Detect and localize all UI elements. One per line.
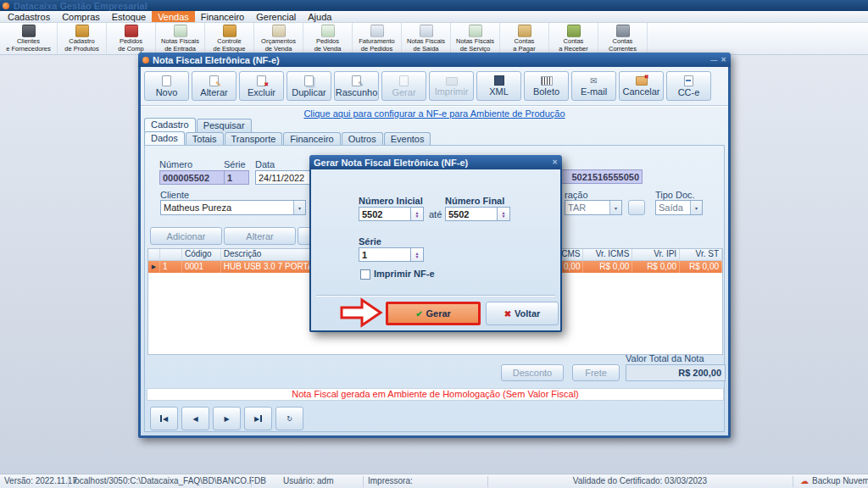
grid-header-vr-st[interactable]: Vr. ST <box>680 249 722 260</box>
tab-eventos[interactable]: Eventos <box>384 132 431 146</box>
toolbar-item-contas-receber[interactable]: Contas a Receber <box>549 23 598 54</box>
menu-cadastros[interactable]: Cadastros <box>2 11 56 22</box>
operacao-combobox[interactable]: TAR ▾ <box>565 200 622 215</box>
sub-tabs: Dados Totais Transporte Financeiro Outro… <box>144 131 431 146</box>
menu-vendas[interactable]: Vendas <box>152 11 195 22</box>
backup-cloud-icon: ☁ <box>800 474 809 488</box>
alterar-button[interactable]: Alterar <box>192 71 236 101</box>
numero-label: Número <box>159 159 192 169</box>
imprimir-checkbox[interactable] <box>360 269 370 280</box>
alterar-item-button[interactable]: Alterar <box>224 227 296 245</box>
numero-field[interactable]: 000005502 <box>159 170 234 185</box>
numero-inicial-input[interactable]: 5502 ▲▼ <box>359 207 424 221</box>
toolbar-item-faturamento[interactable]: Faturamento de Pedidos <box>353 23 402 54</box>
main-titlebar[interactable]: Datacaixa Gestão Empresarial <box>0 0 868 11</box>
menu-financeiro[interactable]: Financeiro <box>195 11 250 22</box>
cliente-combobox[interactable]: Matheus Pureza ▾ <box>160 200 306 215</box>
clients-icon <box>22 25 36 37</box>
cce-button[interactable]: CC-e <box>666 71 711 101</box>
envelope-icon: ✉ <box>590 76 597 86</box>
menu-compras[interactable]: Compras <box>56 11 106 22</box>
invoices-in-icon <box>174 25 187 37</box>
dialog-titlebar[interactable]: Gerar Nota Fiscal Eletrônica (NF-e) ✕ <box>309 155 562 169</box>
delete-icon <box>257 75 266 86</box>
nav-next-button[interactable]: ▶ <box>213 407 241 430</box>
tipo-doc-combobox[interactable]: Saída ▾ <box>655 200 703 215</box>
ate-label: até <box>429 209 442 219</box>
toolbar-item-pedidos-compra[interactable]: Pedidos de Comp <box>107 23 156 54</box>
tab-financeiro[interactable]: Financeiro <box>283 132 340 146</box>
nav-refresh-button[interactable]: ↻ <box>275 407 303 430</box>
toolbar-item-notas-fiscais-entrada[interactable]: Notas Fiscais de Entrada <box>156 23 205 54</box>
adicionar-item-button[interactable]: Adicionar <box>150 227 222 245</box>
toolbar-item-contas-pagar[interactable]: Contas a Pagar <box>500 23 549 54</box>
serie-field[interactable]: 1 <box>224 170 249 185</box>
data-field[interactable]: 24/11/2022 <box>255 170 311 185</box>
status-backup[interactable]: Backup Nuvem <box>812 474 868 488</box>
xml-button[interactable]: XML <box>476 71 521 101</box>
nfe-window-titlebar[interactable]: Nota Fiscal Eletrônica (NF-e) — ✕ <box>138 53 731 67</box>
operacao-lookup-button[interactable] <box>628 200 645 215</box>
purchase-orders-icon <box>125 25 138 37</box>
chevron-down-icon[interactable]: ▾ <box>293 201 305 214</box>
gerar-nfe-dialog: Gerar Nota Fiscal Eletrônica (NF-e) ✕ Nú… <box>309 155 562 332</box>
nav-prev-button[interactable]: ◀ <box>181 407 209 430</box>
spinner-icon[interactable]: ▲▼ <box>497 208 509 220</box>
menu-gerencial[interactable]: Gerencial <box>250 11 302 22</box>
toolbar-item-contas-correntes[interactable]: Contas Correntes <box>598 23 648 54</box>
spinner-icon[interactable]: ▲▼ <box>410 208 423 220</box>
excluir-button[interactable]: Excluir <box>239 71 284 101</box>
serie-modal-input[interactable]: 1 ▲▼ <box>359 247 424 262</box>
gerar-confirm-button[interactable]: ✔ Gerar <box>386 302 481 325</box>
divider <box>316 295 555 296</box>
nav-first-button[interactable]: ◀ <box>150 407 178 430</box>
novo-button[interactable]: Novo <box>144 71 189 101</box>
toolbar-item-notas-fiscais-servico[interactable]: Notas Fiscais de Serviço <box>451 23 500 54</box>
payables-icon <box>518 25 531 37</box>
toolbar-item-controle-estoque[interactable]: Controle de Estoque <box>205 23 254 54</box>
divider <box>141 105 728 106</box>
toolbar-item-pedidos-venda[interactable]: Pedidos de Venda <box>303 23 353 54</box>
nfe-toolbar: Novo Alterar Excluir Duplicar Rascunho G… <box>144 71 711 101</box>
duplicar-button[interactable]: Duplicar <box>287 71 331 101</box>
grid-header-vr-ipi[interactable]: Vr. IPI <box>632 249 680 260</box>
dialog-content: Número Inicial 5502 ▲▼ até Número Final … <box>311 169 560 330</box>
email-button[interactable]: ✉ E-mail <box>571 71 616 101</box>
toolbar-item-cadastro-produtos[interactable]: Cadastro de Produtos <box>58 23 107 54</box>
boleto-button[interactable]: Boleto <box>524 71 569 101</box>
data-label: Data <box>255 159 275 169</box>
chevron-down-icon[interactable]: ▾ <box>690 201 702 214</box>
nav-last-button[interactable]: ▶ <box>244 407 272 430</box>
close-icon[interactable]: ✕ <box>552 158 558 167</box>
main-toolbar: Clientes e Fornecedores Cadastro de Prod… <box>0 23 868 55</box>
record-navigator: ◀ ◀ ▶ ▶ ↻ <box>150 407 303 430</box>
statusbar: Versão: 2022.11.17 localhost/3050:C:\Dat… <box>0 474 868 488</box>
edit-icon <box>209 75 219 86</box>
menu-estoque[interactable]: Estoque <box>106 11 152 22</box>
dialog-title: Gerar Nota Fiscal Eletrônica (NF-e) <box>314 158 468 168</box>
grid-header-seq[interactable] <box>160 249 182 260</box>
tab-cadastro[interactable]: Cadastro <box>144 118 196 132</box>
tab-pesquisar[interactable]: Pesquisar <box>197 119 252 132</box>
sales-orders-icon <box>321 25 335 37</box>
grid-header-codigo[interactable]: Código <box>182 249 221 260</box>
toolbar-item-clientes-fornecedores[interactable]: Clientes e Fornecedores <box>0 23 58 54</box>
desconto-button: Desconto <box>501 364 564 381</box>
tab-transporte[interactable]: Transporte <box>225 132 283 146</box>
menu-ajuda[interactable]: Ajuda <box>302 11 337 22</box>
toolbar-item-orcamentos[interactable]: Orçamentos de Venda <box>254 23 303 54</box>
close-icon[interactable]: ✕ <box>721 56 726 64</box>
tab-dados[interactable]: Dados <box>144 131 185 146</box>
rascunho-button[interactable]: Rascunho <box>334 71 379 101</box>
numero-final-input[interactable]: 5502 ▲▼ <box>445 207 510 221</box>
grid-header-vr-icms[interactable]: Vr. ICMS <box>583 249 632 260</box>
chevron-down-icon[interactable]: ▾ <box>609 201 621 214</box>
tab-totais[interactable]: Totais <box>186 132 224 146</box>
valor-total-value: R$ 200,00 <box>626 364 726 381</box>
spinner-icon[interactable]: ▲▼ <box>410 248 423 261</box>
cancelar-button[interactable]: Cancelar <box>619 71 664 101</box>
toolbar-item-notas-fiscais-saida[interactable]: Notas Fiscais de Saída <box>402 23 451 54</box>
minimize-icon[interactable]: — <box>710 56 717 64</box>
tab-outros[interactable]: Outros <box>342 132 383 146</box>
voltar-button[interactable]: ✖ Voltar <box>486 302 559 325</box>
